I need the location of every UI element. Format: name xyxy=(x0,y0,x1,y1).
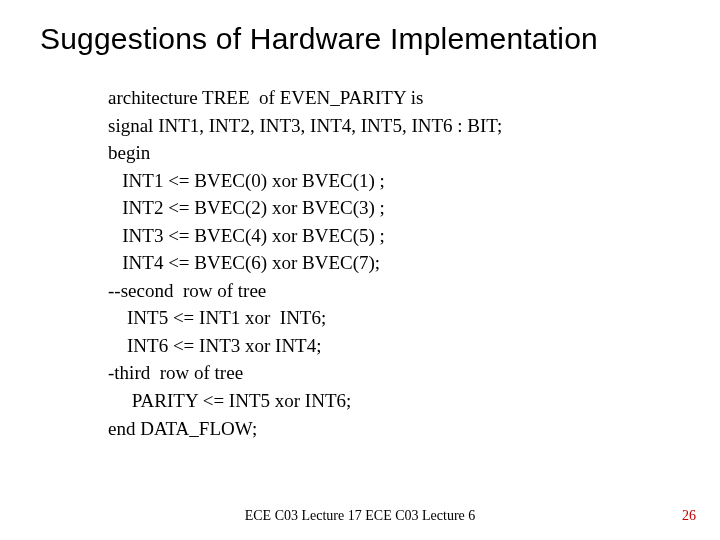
code-line: begin xyxy=(108,142,150,163)
code-line: INT1 <= BVEC(0) xor BVEC(1) ; xyxy=(108,170,385,191)
slide: Suggestions of Hardware Implementation a… xyxy=(0,0,720,540)
code-line: PARITY <= INT5 xor INT6; xyxy=(108,390,351,411)
code-line: end DATA_FLOW; xyxy=(108,418,257,439)
code-line: signal INT1, INT2, INT3, INT4, INT5, INT… xyxy=(108,115,502,136)
code-line: -third row of tree xyxy=(108,362,243,383)
code-line: INT4 <= BVEC(6) xor BVEC(7); xyxy=(108,252,380,273)
slide-footer: ECE C03 Lecture 17 ECE C03 Lecture 6 xyxy=(0,508,720,524)
code-line: INT3 <= BVEC(4) xor BVEC(5) ; xyxy=(108,225,385,246)
page-number: 26 xyxy=(682,508,696,524)
code-line: --second row of tree xyxy=(108,280,266,301)
code-line: INT6 <= INT3 xor INT4; xyxy=(108,335,322,356)
code-line: architecture TREE of EVEN_PARITY is xyxy=(108,87,423,108)
code-line: INT2 <= BVEC(2) xor BVEC(3) ; xyxy=(108,197,385,218)
code-block: architecture TREE of EVEN_PARITY is sign… xyxy=(108,84,680,442)
code-line: INT5 <= INT1 xor INT6; xyxy=(108,307,326,328)
slide-title: Suggestions of Hardware Implementation xyxy=(40,22,700,56)
